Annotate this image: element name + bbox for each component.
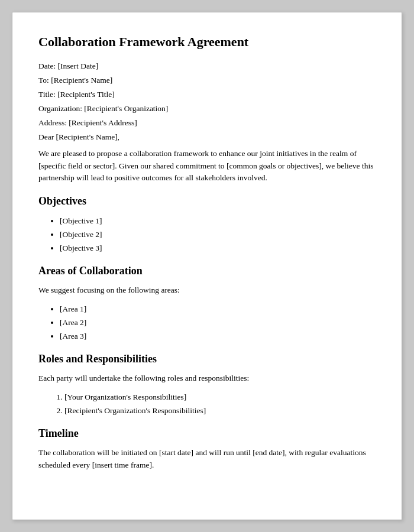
list-item: [Objective 1] bbox=[60, 215, 376, 228]
list-item: [Objective 3] bbox=[60, 242, 376, 255]
meta-organization: Organization: [Recipient's Organization] bbox=[38, 104, 376, 113]
intro-paragraph: We are pleased to propose a collaboratio… bbox=[38, 148, 376, 185]
list-item: [Your Organization's Responsibilities] bbox=[64, 391, 376, 404]
section-timeline: Timeline The collaboration will be initi… bbox=[38, 427, 376, 472]
heading-timeline: Timeline bbox=[38, 427, 376, 440]
list-item: [Area 2] bbox=[60, 316, 376, 330]
list-item: [Objective 2] bbox=[60, 228, 376, 242]
heading-roles: Roles and Responsibilities bbox=[38, 353, 376, 365]
meta-title: Title: [Recipient's Title] bbox=[38, 90, 376, 99]
roles-intro: Each party will undertake the following … bbox=[38, 372, 376, 385]
areas-list: [Area 1] [Area 2] [Area 3] bbox=[38, 303, 376, 343]
salutation: Dear [Recipient's Name], bbox=[38, 132, 376, 142]
objectives-list: [Objective 1] [Objective 2] [Objective 3… bbox=[38, 215, 376, 255]
heading-objectives: Objectives bbox=[38, 195, 376, 207]
areas-intro: We suggest focusing on the following are… bbox=[38, 284, 376, 297]
section-objectives: Objectives [Objective 1] [Objective 2] [… bbox=[38, 195, 376, 255]
list-item: [Recipient's Organization's Responsibili… bbox=[64, 404, 376, 418]
timeline-text: The collaboration will be initiated on [… bbox=[38, 447, 376, 472]
section-roles: Roles and Responsibilities Each party wi… bbox=[38, 353, 376, 418]
roles-list: [Your Organization's Responsibilities] [… bbox=[38, 391, 376, 418]
list-item: [Area 3] bbox=[60, 330, 376, 343]
heading-areas: Areas of Collaboration bbox=[38, 265, 376, 277]
meta-address: Address: [Recipient's Address] bbox=[38, 118, 376, 128]
meta-to: To: [Recipient's Name] bbox=[38, 76, 376, 85]
section-areas: Areas of Collaboration We suggest focusi… bbox=[38, 265, 376, 343]
list-item: [Area 1] bbox=[60, 303, 376, 316]
document-title: Collaboration Framework Agreement bbox=[38, 34, 376, 51]
meta-date: Date: [Insert Date] bbox=[38, 61, 376, 71]
document-container: Collaboration Framework Agreement Date: … bbox=[12, 12, 402, 520]
